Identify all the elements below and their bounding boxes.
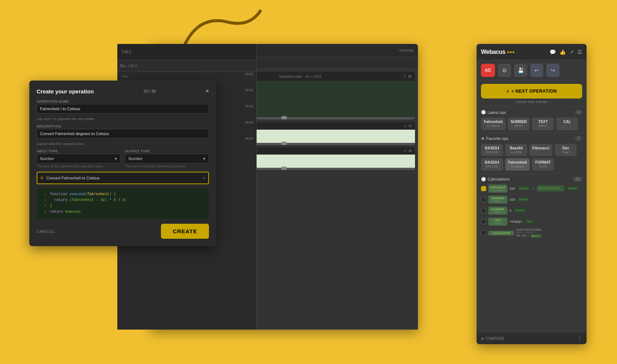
create-button[interactable]: CREATE <box>161 224 209 239</box>
calc-complex-results-5: 324 325 = 667.0... <box>516 234 582 238</box>
op-card-text-input[interactable]: TEXT INPUT <box>532 118 554 130</box>
modal-header: Create your operation 23 / 35 × <box>37 88 209 94</box>
calc-header: 🕐 Calculations 30 <box>481 177 582 182</box>
calc-op-name-5: CALCULATOR <box>490 232 512 234</box>
ac-button[interactable]: AC <box>481 64 495 77</box>
calc-row-5: CALCULATOR 18.027756377319946 int(1^2 + … <box>481 229 582 238</box>
input-expand-icon[interactable]: ⤢ <box>404 124 407 128</box>
calc-checkbox-1[interactable] <box>481 186 486 191</box>
input-slider-thumb[interactable] <box>282 142 287 145</box>
output-type-select-wrap: Number Text ▼ <box>125 154 209 163</box>
calc-equals-1: = <box>532 186 535 191</box>
op-name-input[interactable] <box>37 104 209 114</box>
undo-button[interactable]: ↩ <box>530 64 543 77</box>
output-type-label: Output type <box>125 149 209 153</box>
calc-checkbox-4[interactable] <box>481 219 486 224</box>
cancel-button[interactable]: CANCEL <box>37 229 55 234</box>
output-type-select[interactable]: Number Text <box>125 154 209 163</box>
favorite-ops-count: 7 <box>575 136 582 141</box>
op-card-number-title: NUMBER <box>511 120 527 124</box>
output-type-hint: The type of result this operation produc… <box>125 164 209 168</box>
webacus-logo: Webacus <box>481 49 505 55</box>
calc-badge-3: NUMBER INPUT <box>488 207 507 215</box>
op-card-cal-title: CAL <box>559 120 575 124</box>
calculations-section: 🕐 Calculations 30 Fahrenheit to Celsius … <box>477 174 587 333</box>
next-operation-button[interactable]: ≡ ≡ NEXT OPERATION <box>481 84 582 99</box>
op-card-fibonacci[interactable]: Fibonacci <box>529 144 552 156</box>
redo-button[interactable]: ↪ <box>546 64 559 77</box>
calc-type-2: Number <box>517 197 530 201</box>
calc-row-2: NUMBER INPUT 100 Number <box>481 196 582 204</box>
next-op-icon: ≡ <box>506 89 509 94</box>
right-topbar-icons: 💬 👍 ↗ ☰ <box>550 49 582 55</box>
bg-panel-calc-label: CALC <box>122 50 132 54</box>
compose-text: COMPOSE <box>485 337 504 341</box>
right-panel: Webacus ●●● 💬 👍 ↗ ☰ AC ⧉ 💾 ↩ ↪ <box>477 44 587 344</box>
calc-equals-5: = <box>528 234 529 238</box>
output-slider-thumb[interactable] <box>282 167 287 170</box>
save-icon: 💾 <box>518 67 524 73</box>
op-card-number-input[interactable]: NUMBER INPUT <box>508 118 530 130</box>
star-icon: ★ <box>481 136 485 141</box>
calc-result-5: 667.0... <box>530 234 541 238</box>
favorite-ops-title: ★ Favorite ops <box>481 136 508 141</box>
param-remove-button[interactable]: ○ <box>203 175 205 181</box>
latest-ops-header: 🕐 Latest ops 4 <box>481 110 582 115</box>
favorite-ops-section: ★ Favorite ops 7 BASE64 DECODE Base64 to… <box>477 133 587 174</box>
op-fibonacci-title: Fibonacci <box>532 146 550 151</box>
modal-footer: CANCEL CREATE <box>37 224 209 239</box>
op-card-base64-json[interactable]: Base64 to JSON <box>505 144 527 156</box>
op-card-fahrenheit[interactable]: Fahrenheit to Celsius <box>481 118 506 130</box>
chat-icon[interactable]: 💬 <box>550 49 556 55</box>
op-base64-encode-title: BASE64 <box>484 160 500 165</box>
modal-code-line-3: 3 } <box>41 203 205 209</box>
output-copy-icon[interactable]: ⧉ <box>409 149 411 153</box>
copy-button[interactable]: ⧉ <box>498 64 511 77</box>
calc-checkbox-3[interactable] <box>481 208 486 213</box>
calc-input-1: 100 <box>510 187 515 190</box>
bg-num-2: 18.02 <box>238 82 256 98</box>
input-copy-icon[interactable]: ⧉ <box>409 124 411 128</box>
op-format-json-sub: JSON <box>535 165 551 168</box>
input-type-hint: The type of the argument this operation … <box>37 164 121 168</box>
bg-num-4: 18.02 <box>238 114 256 130</box>
favorite-ops-header: ★ Favorite ops 7 <box>481 136 582 141</box>
share-icon[interactable]: ↗ <box>569 49 574 55</box>
copy-icon[interactable]: ⧉ <box>408 74 411 79</box>
calc-row-4: TEXT INPUT <empty> Text <box>481 218 582 226</box>
like-icon[interactable]: 👍 <box>559 49 566 55</box>
param-text: Convert Fahrenheit to Celsius <box>46 176 100 180</box>
input-type-select-wrap: Number Text ▼ <box>37 154 121 163</box>
op-card-cal[interactable]: CAL <box>556 118 578 130</box>
calc-checkbox-2[interactable] <box>481 197 486 202</box>
output-icons: ⤢ ⧉ <box>404 149 411 153</box>
op-card-base64-decode[interactable]: BASE64 DECODE <box>481 144 503 156</box>
calc-row-1: Fahrenheit to Celsius 100 Number = 37.77… <box>481 185 582 193</box>
copy-icon: ⧉ <box>503 67 506 74</box>
op-card-sim[interactable]: Sim Page <box>555 144 577 156</box>
output-expand-icon[interactable]: ⤢ <box>404 149 407 153</box>
calc-op-sub-1: to Celsius <box>490 189 506 192</box>
code-viewer-meta: Operation code 20 + 17/13 <box>279 75 321 78</box>
desc-input[interactable] <box>37 129 209 138</box>
modal-close-button[interactable]: × <box>206 88 209 94</box>
op-card-base64-encode[interactable]: BASE64 ENCODE <box>481 158 503 171</box>
op-card-fahrenheit-fav[interactable]: Fahrenheit to Celsius <box>505 158 530 171</box>
op-base64-decode-sub: DECODE <box>484 151 500 154</box>
op-fahrenheit-fav-sub: to Celsius <box>508 165 527 168</box>
next-op-wrap: ≡ ≡ NEXT OPERATION Choose from 109 ops <box>477 81 587 107</box>
clock-icon: 🕐 <box>481 110 486 115</box>
modal-counter: 23 / 35 <box>143 89 156 93</box>
menu-icon[interactable]: ☰ <box>577 49 582 55</box>
code-controls: ⤢ ⧉ <box>403 74 411 79</box>
compose-more-button[interactable]: ⋮ <box>577 335 582 341</box>
code-slider-thumb[interactable] <box>282 116 287 119</box>
input-type-select[interactable]: Number Text <box>37 154 121 163</box>
calc-checkbox-5[interactable] <box>481 230 486 235</box>
compose-label: ⊕ COMPOSE <box>481 337 504 341</box>
op-card-format-json[interactable]: FORMAT JSON <box>532 158 554 171</box>
modal-code-line-4: 4 return execute <box>41 209 205 215</box>
calc-op-name-1: Fahrenheit <box>490 186 506 189</box>
save-button[interactable]: 💾 <box>514 64 527 77</box>
expand-icon[interactable]: ⤢ <box>403 74 406 79</box>
